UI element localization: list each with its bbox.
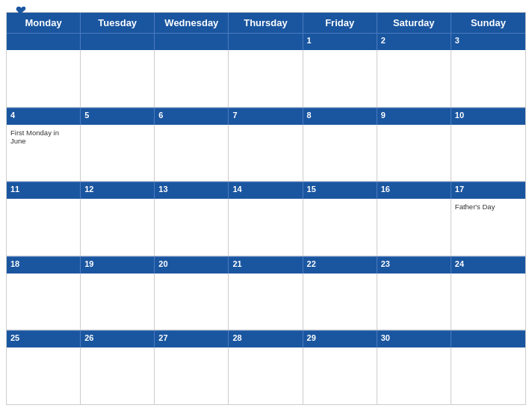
- day-content-cell: [451, 125, 525, 182]
- date-number-cell: 26: [81, 331, 155, 347]
- week-number-row-4: 18192021222324: [7, 256, 525, 274]
- date-number-cell: [229, 34, 303, 50]
- date-number-cell: 8: [303, 108, 377, 125]
- week-number-row-2: 45678910: [7, 108, 525, 125]
- week-number-row-3: 11121314151617: [7, 182, 525, 199]
- day-content-cell: [229, 50, 303, 107]
- date-number-cell: 7: [229, 108, 303, 125]
- day-content-cell: [229, 125, 303, 182]
- date-number-cell: 9: [377, 108, 451, 125]
- week-content-row-3: Father's Day: [7, 199, 525, 256]
- date-number: 23: [381, 259, 447, 268]
- week-2: 45678910First Monday in June: [7, 107, 525, 182]
- day-header-friday: Friday: [303, 13, 377, 33]
- date-number: 4: [10, 111, 76, 120]
- day-header-saturday: Saturday: [377, 13, 451, 33]
- date-number-cell: 5: [81, 108, 155, 125]
- date-number-cell: 29: [303, 331, 377, 347]
- date-number-cell: 16: [377, 182, 451, 199]
- date-number: 20: [158, 259, 224, 268]
- date-number-cell: 11: [7, 182, 81, 199]
- date-number-cell: 10: [451, 108, 525, 125]
- day-header-tuesday: Tuesday: [81, 13, 155, 33]
- day-content-cell: [377, 274, 451, 330]
- day-content-cell: First Monday in June: [7, 125, 81, 182]
- day-content-cell: [155, 199, 229, 256]
- date-number-cell: 30: [377, 331, 451, 347]
- day-content-cell: [7, 199, 81, 256]
- date-number-cell: [7, 34, 81, 50]
- date-number-cell: 23: [377, 257, 451, 274]
- date-number: 13: [158, 185, 224, 194]
- date-number-cell: 4: [7, 108, 81, 125]
- date-number-cell: 25: [7, 331, 81, 347]
- date-number-cell: 1: [303, 34, 377, 50]
- date-number: 18: [10, 259, 76, 268]
- day-header-thursday: Thursday: [229, 13, 303, 33]
- day-content-cell: [7, 347, 81, 404]
- day-content-cell: [377, 199, 451, 256]
- date-number: 12: [84, 185, 150, 194]
- week-number-row-1: 123: [7, 33, 525, 50]
- date-number: 10: [455, 111, 522, 120]
- week-5: 252627282930: [7, 330, 525, 404]
- calendar-grid: 12345678910First Monday in June111213141…: [7, 33, 525, 404]
- day-content-cell: [81, 274, 155, 330]
- day-content-cell: [303, 125, 377, 182]
- holiday-label: First Monday in June: [10, 129, 76, 146]
- date-number: 5: [84, 111, 150, 120]
- day-content-cell: [155, 125, 229, 182]
- day-content-cell: [7, 50, 81, 107]
- date-number-cell: 17: [451, 182, 525, 199]
- days-header: MondayTuesdayWednesdayThursdayFridaySatu…: [7, 13, 525, 33]
- week-4: 18192021222324: [7, 256, 525, 330]
- day-content-cell: [155, 50, 229, 107]
- week-content-row-2: First Monday in June: [7, 125, 525, 182]
- date-number: 19: [84, 259, 150, 268]
- day-content-cell: [229, 274, 303, 330]
- day-header-sunday: Sunday: [451, 13, 525, 33]
- date-number-cell: 28: [229, 331, 303, 347]
- week-content-row-5: [7, 347, 525, 404]
- date-number: 8: [307, 111, 373, 120]
- date-number: 26: [84, 333, 150, 342]
- logo-bird-icon: [13, 6, 27, 16]
- date-number-cell: 18: [7, 257, 81, 274]
- day-content-cell: [377, 125, 451, 182]
- date-number: 6: [158, 111, 224, 120]
- date-number-cell: 15: [303, 182, 377, 199]
- day-content-cell: [303, 347, 377, 404]
- date-number-cell: 12: [81, 182, 155, 199]
- day-content-cell: [81, 347, 155, 404]
- date-number: 2: [381, 36, 447, 45]
- date-number: 15: [307, 185, 373, 194]
- date-number: 25: [10, 333, 76, 342]
- date-number-cell: 3: [451, 34, 525, 50]
- date-number-cell: [81, 34, 155, 50]
- date-number-cell: 22: [303, 257, 377, 274]
- date-number: 16: [381, 185, 447, 194]
- date-number: 17: [455, 185, 522, 194]
- date-number: 14: [232, 185, 298, 194]
- date-number-cell: 21: [229, 257, 303, 274]
- date-number: 27: [158, 333, 224, 342]
- day-content-cell: [303, 199, 377, 256]
- date-number: 3: [455, 36, 522, 45]
- day-content-cell: [229, 199, 303, 256]
- date-number-cell: 27: [155, 331, 229, 347]
- date-number-cell: 6: [155, 108, 229, 125]
- date-number-cell: 19: [81, 257, 155, 274]
- date-number-cell: 24: [451, 257, 525, 274]
- date-number-cell: 20: [155, 257, 229, 274]
- day-content-cell: [81, 199, 155, 256]
- day-header-wednesday: Wednesday: [155, 13, 229, 33]
- day-content-cell: [81, 50, 155, 107]
- day-content-cell: [451, 50, 525, 107]
- date-number-cell: 14: [229, 182, 303, 199]
- week-1: 123: [7, 33, 525, 107]
- date-number: 30: [381, 333, 447, 342]
- day-content-cell: [377, 347, 451, 404]
- day-content-cell: [451, 274, 525, 330]
- day-content-cell: [155, 347, 229, 404]
- date-number: 22: [307, 259, 373, 268]
